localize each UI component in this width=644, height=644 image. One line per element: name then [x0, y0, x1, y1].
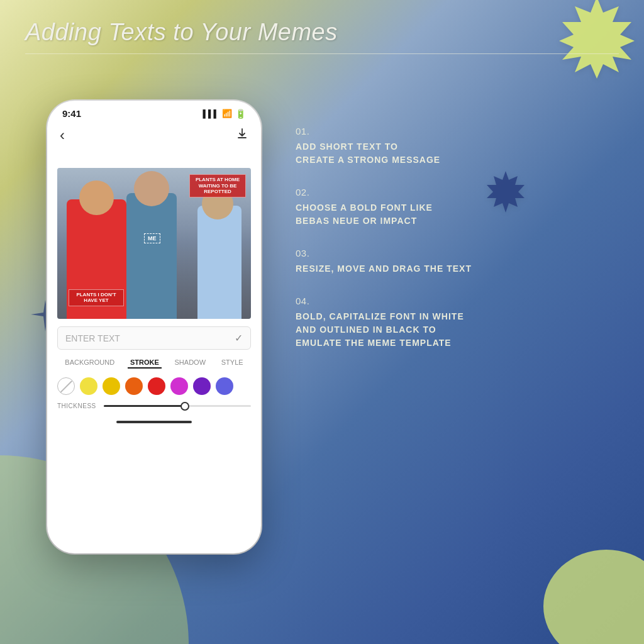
tab-stroke[interactable]: STROKE: [128, 357, 162, 369]
thickness-label: THICKNESS: [57, 402, 96, 409]
status-time: 9:41: [62, 108, 81, 119]
enter-text-placeholder: ENTER TEXT: [65, 333, 235, 343]
download-button[interactable]: [236, 128, 248, 143]
status-icons: ▌▌▌ 📶 🔋: [203, 109, 246, 119]
instruction-4-text: BOLD, CAPITALIZE FONT IN WHITEAND OUTLIN…: [296, 310, 613, 350]
phone-frame: 9:41 ▌▌▌ 📶 🔋 ‹: [47, 101, 261, 553]
home-indicator: [116, 421, 192, 423]
color-yellow-light[interactable]: [80, 377, 97, 395]
color-pink-purple[interactable]: [170, 377, 188, 395]
text-input-row[interactable]: ENTER TEXT ✓: [57, 326, 251, 350]
instruction-1: 01. ADD SHORT TEXT TOCREATE A STRONG MES…: [296, 126, 613, 167]
download-icon: [236, 128, 248, 140]
thickness-slider[interactable]: [104, 405, 251, 407]
color-picker-row: [47, 375, 261, 397]
white-space-top: [47, 149, 261, 168]
battery-icon: 🔋: [235, 109, 246, 119]
instruction-2-text: CHOOSE A BOLD FONT LIKEBEBAS NEUE OR IMP…: [296, 201, 613, 228]
meme-image-area: PLANTS AT HOME WAITING TO BE REPOTTED PL…: [57, 168, 251, 319]
title-divider: [25, 53, 619, 54]
instruction-3-text: RESIZE, MOVE AND DRAG THE TEXT: [296, 262, 613, 275]
tab-shadow[interactable]: SHADOW: [172, 357, 209, 369]
wifi-icon: 📶: [222, 109, 232, 118]
slider-fill: [104, 405, 185, 407]
nav-bar: ‹: [47, 124, 261, 149]
color-orange[interactable]: [125, 377, 143, 395]
instructions-panel: 01. ADD SHORT TEXT TOCREATE A STRONG MES…: [296, 126, 613, 370]
instruction-1-text: ADD SHORT TEXT TOCREATE A STRONG MESSAGE: [296, 140, 613, 167]
color-none[interactable]: [57, 377, 75, 395]
color-yellow[interactable]: [103, 377, 120, 395]
color-red[interactable]: [148, 377, 165, 395]
phone-mockup: 9:41 ▌▌▌ 📶 🔋 ‹: [47, 101, 261, 553]
thickness-row: THICKNESS: [47, 397, 261, 414]
meme-label-top-right: PLANTS AT HOME WAITING TO BE REPOTTED: [189, 174, 246, 197]
instruction-3: 03. RESIZE, MOVE AND DRAG THE TEXT: [296, 248, 613, 275]
instruction-2: 02. CHOOSE A BOLD FONT LIKEBEBAS NEUE OR…: [296, 187, 613, 228]
page-title: Adding Texts to Your Memes: [25, 19, 619, 46]
header-section: Adding Texts to Your Memes: [25, 19, 619, 54]
back-button[interactable]: ‹: [60, 126, 65, 144]
instruction-3-number: 03.: [296, 248, 613, 258]
instruction-1-number: 01.: [296, 126, 613, 136]
status-bar: 9:41 ▌▌▌ 📶 🔋: [47, 101, 261, 124]
tab-style[interactable]: STYLE: [219, 357, 246, 369]
signal-icon: ▌▌▌: [203, 109, 219, 118]
color-purple-dark[interactable]: [193, 377, 211, 395]
slider-thumb[interactable]: [180, 402, 189, 411]
instruction-4-number: 04.: [296, 296, 613, 306]
checkmark-button[interactable]: ✓: [235, 332, 243, 344]
text-format-tabs: BACKGROUND STROKE SHADOW STYLE: [47, 355, 261, 371]
tab-background[interactable]: BACKGROUND: [62, 357, 117, 369]
instruction-4: 04. BOLD, CAPITALIZE FONT IN WHITEAND OU…: [296, 296, 613, 350]
color-purple-light[interactable]: [216, 377, 233, 395]
instruction-2-number: 02.: [296, 187, 613, 197]
svg-point-2: [543, 550, 644, 644]
meme-label-bottom-left: PLANTS I DON'T HAVE YET: [69, 289, 124, 306]
person-woman-blue: [197, 206, 242, 319]
person-man-center: [126, 193, 177, 319]
meme-label-me: ME: [144, 233, 160, 243]
blob-bottom-right-icon: [506, 506, 644, 644]
